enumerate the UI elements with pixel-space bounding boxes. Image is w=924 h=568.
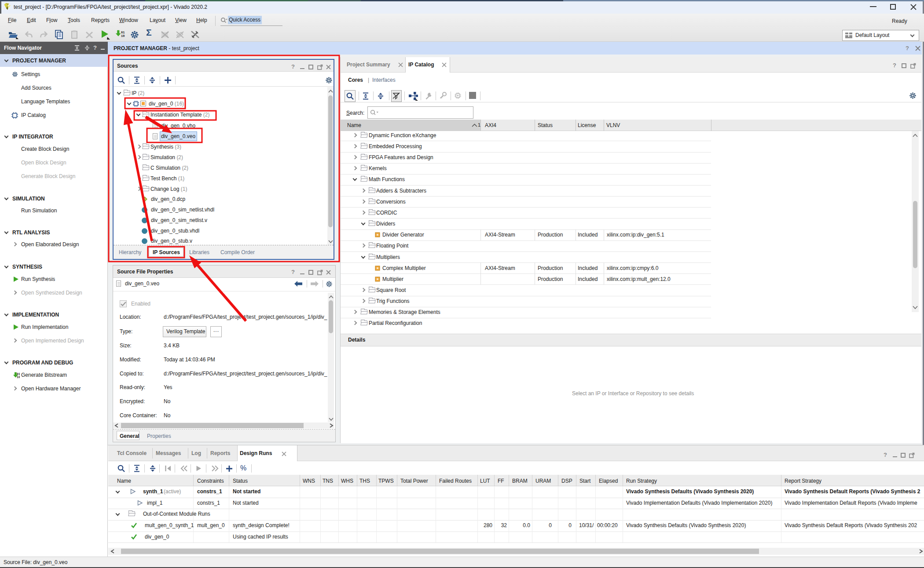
- svg-text:01: 01: [121, 31, 125, 34]
- svg-text:10: 10: [121, 34, 125, 38]
- svg-text:01: 01: [17, 373, 20, 376]
- svg-text:10: 10: [17, 376, 20, 379]
